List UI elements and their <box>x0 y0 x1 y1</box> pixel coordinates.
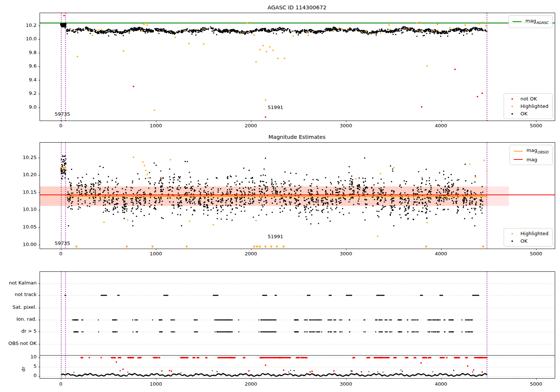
legend-label: not OK <box>520 96 537 102</box>
tick-label: 10.25 <box>14 155 37 160</box>
middle-legend-points: Highlighted OK <box>504 228 553 246</box>
tick-label: 0 <box>48 251 74 256</box>
tick-label: 10.00 <box>14 242 37 247</box>
tick-label: 5000 <box>523 381 549 387</box>
red-dot-sample <box>508 98 517 100</box>
middle-plot-canvas <box>40 143 555 249</box>
tick-label: 1000 <box>143 381 169 387</box>
legend-label: magAGASC <box>525 18 548 26</box>
tick-label: 1000 <box>143 123 169 128</box>
tick-label: 9.2 <box>14 90 37 96</box>
tick-label: 4000 <box>428 123 454 128</box>
legend-entry-mag-agasc: magAGASC <box>513 18 548 26</box>
tick-label: 0 <box>48 381 74 387</box>
legend-entry-mag: mag <box>514 156 548 163</box>
tick-label: 4000 <box>428 381 454 387</box>
top-plot-axes: magAGASC not OK Highlighted OK <box>40 13 555 121</box>
orange-line-sample <box>514 151 523 152</box>
tick-label: OBS not OK <box>0 340 37 346</box>
plot-annotation: 59735 <box>55 240 70 246</box>
orange-dot-sample <box>508 233 517 234</box>
red-line-sample <box>514 159 523 160</box>
tick-label: Ion. rad. <box>0 316 37 322</box>
figure-canvas: AGASC ID 114300672 magAGASC not OK Highl… <box>0 0 560 392</box>
tick-label: 10.10 <box>14 206 37 212</box>
orange-dot-sample <box>508 106 517 107</box>
legend-label: Highlighted <box>520 103 548 109</box>
legend-entry-highlighted: Highlighted <box>508 230 548 237</box>
tick-label: 10.2 <box>14 22 37 28</box>
tick-label: 0 <box>48 123 74 128</box>
tick-label: 10.20 <box>14 172 37 177</box>
tick-label: 9.6 <box>14 63 37 69</box>
middle-legend-lines: magOBSID mag <box>510 145 553 165</box>
tick-label: 3000 <box>333 381 359 387</box>
legend-label: Highlighted <box>520 230 548 237</box>
tick-label: not Kalman <box>0 280 37 286</box>
plot-annotation: 51991 <box>268 105 283 110</box>
tick-label: 2000 <box>238 381 264 387</box>
tick-label: 9.4 <box>14 77 37 83</box>
tick-label: 4000 <box>428 251 454 256</box>
tick-label: dr > 5 <box>0 328 37 334</box>
black-dot-sample <box>508 113 517 115</box>
legend-label: magOBSID <box>526 147 548 155</box>
top-legend-lines: magAGASC <box>508 15 553 28</box>
legend-label: OK <box>520 111 528 117</box>
middle-plot-axes: magOBSID mag Highlighted OK <box>40 142 555 249</box>
tick-label: 5000 <box>523 123 549 128</box>
tick-label: 10.05 <box>14 224 37 230</box>
tick-label: 3000 <box>333 251 359 256</box>
tick-label: 3000 <box>333 123 359 128</box>
legend-label: OK <box>520 238 528 244</box>
legend-entry-mag-obsid: magOBSID <box>514 147 548 155</box>
bottom-plot-canvas <box>40 272 555 378</box>
legend-entry-not-ok: not OK <box>508 96 548 102</box>
tick-label: 0 <box>0 373 37 378</box>
middle-plot-title: Magnitude Estimates <box>40 134 554 140</box>
bottom-plot-axes <box>40 271 555 379</box>
plot-annotation: 51991 <box>268 233 283 239</box>
tick-label: 2000 <box>238 123 264 128</box>
tick-label: 10 <box>0 354 37 360</box>
black-dot-sample <box>508 240 517 242</box>
tick-label: 5 <box>0 363 37 369</box>
tick-label: 2000 <box>238 251 264 256</box>
top-legend-points: not OK Highlighted OK <box>504 93 553 119</box>
plot-annotation: 59735 <box>55 111 70 117</box>
tick-label: 10.15 <box>14 189 37 195</box>
legend-label: mag <box>526 156 537 163</box>
tick-label: 5000 <box>523 251 549 256</box>
legend-entry-highlighted: Highlighted <box>508 103 548 109</box>
top-plot-title: AGASC ID 114300672 <box>40 4 554 10</box>
tick-label: 1000 <box>143 251 169 256</box>
tick-label: 10.0 <box>14 36 37 41</box>
legend-entry-ok: OK <box>508 238 548 244</box>
legend-entry-ok: OK <box>508 111 548 117</box>
green-line-sample <box>513 21 522 22</box>
tick-label: 9.8 <box>14 50 37 55</box>
top-plot-canvas <box>40 13 555 121</box>
tick-label: 9.0 <box>14 104 37 110</box>
tick-label: not track <box>0 292 37 297</box>
tick-label: Sat. pixel. <box>0 304 37 310</box>
